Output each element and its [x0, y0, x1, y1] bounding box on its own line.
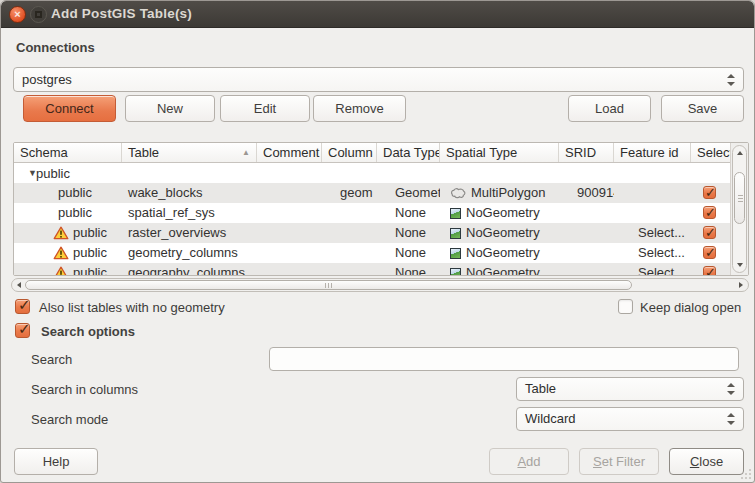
column-header-schema[interactable]: Schema [14, 143, 122, 162]
table-row[interactable]: public geometry_columns None NoGeometry … [14, 243, 730, 263]
row-select-checkbox[interactable]: ✓ [703, 246, 716, 259]
edit-button[interactable]: Edit [220, 95, 310, 122]
feature-id-select[interactable]: Select... [614, 223, 691, 243]
search-mode-combobox[interactable]: Wildcard [516, 407, 744, 431]
table-row[interactable]: public geography_columns None NoGeometry… [14, 263, 730, 276]
combo-spinner-icon[interactable] [727, 413, 735, 425]
table-name-cell: spatial_ref_sys [122, 203, 257, 223]
schema-group-name: public [28, 166, 70, 181]
column-header-spatial-type[interactable]: Spatial Type [440, 143, 559, 162]
table-name-cell: geometry_columns [122, 243, 257, 263]
schema-group-row[interactable]: ▼ public [14, 163, 730, 183]
feature-id-select[interactable]: Select... [614, 263, 691, 276]
search-input[interactable] [269, 347, 739, 371]
save-button[interactable]: Save [661, 95, 744, 122]
nogeometry-icon [450, 248, 461, 259]
keep-dialog-open-checkbox[interactable] [618, 299, 633, 314]
table-name-cell: wake_blocks [122, 183, 257, 203]
table-row[interactable]: public wake_blocks geom Geometry MultiPo… [14, 183, 730, 203]
feature-id-cell[interactable] [614, 203, 691, 223]
connection-combobox-value: postgres [22, 72, 72, 87]
search-options-checkbox[interactable]: ✓ [15, 323, 30, 338]
column-header-data-type[interactable]: Data Type [377, 143, 440, 162]
add-button[interactable]: Add [489, 448, 569, 475]
scroll-down-icon[interactable] [737, 263, 743, 267]
close-button[interactable]: Close [669, 448, 744, 475]
connect-button[interactable]: Connect [23, 95, 116, 122]
scroll-right-icon[interactable] [739, 282, 743, 288]
table-row[interactable]: public raster_overviews None NoGeometry … [14, 223, 730, 243]
window-title: Add PostGIS Table(s) [51, 6, 192, 21]
horizontal-scrollbar-thumb[interactable] [25, 280, 632, 290]
restore-icon [35, 11, 42, 18]
table-header-row: Schema Table▲ Comment Column Data Type S… [14, 143, 730, 163]
help-button[interactable]: Help [14, 448, 98, 475]
also-list-checkbox[interactable]: ✓ [15, 299, 30, 314]
load-button[interactable]: Load [568, 95, 651, 122]
scroll-left-icon[interactable] [17, 282, 21, 288]
table-row[interactable]: public spatial_ref_sys None NoGeometry ✓ [14, 203, 730, 223]
vertical-scrollbar[interactable] [730, 143, 748, 275]
row-select-checkbox[interactable]: ✓ [703, 226, 716, 239]
table-name-cell: raster_overviews [122, 223, 257, 243]
search-label: Search [31, 352, 72, 367]
add-postgis-dialog: × Add PostGIS Table(s) Connections postg… [0, 0, 755, 483]
also-list-label: Also list tables with no geometry [39, 300, 225, 315]
combo-spinner-icon[interactable] [727, 383, 735, 395]
close-window-button[interactable]: × [9, 6, 26, 23]
row-select-checkbox[interactable]: ✓ [703, 266, 716, 276]
set-filter-button[interactable]: Set Filter [579, 448, 659, 475]
column-header-feature-id[interactable]: Feature id [614, 143, 691, 162]
scroll-grip-icon [738, 195, 743, 202]
keep-dialog-open-label: Keep dialog open [640, 300, 741, 315]
remove-button[interactable]: Remove [313, 95, 406, 122]
connections-group-label: Connections [16, 40, 95, 55]
nogeometry-icon [450, 268, 461, 277]
column-header-srid[interactable]: SRID [559, 143, 614, 162]
restore-window-button[interactable] [30, 6, 47, 23]
vertical-scrollbar-thumb[interactable] [734, 172, 745, 224]
search-options-label: Search options [41, 324, 135, 339]
horizontal-scrollbar[interactable] [11, 278, 749, 292]
combo-spinner-icon[interactable] [727, 74, 735, 86]
row-select-checkbox[interactable]: ✓ [703, 186, 716, 199]
search-mode-value: Wildcard [525, 411, 576, 426]
column-header-comment[interactable]: Comment [257, 143, 322, 162]
table-name-cell: geography_columns [122, 263, 257, 276]
new-button[interactable]: New [125, 95, 215, 122]
feature-id-select[interactable]: Select... [614, 243, 691, 263]
column-header-select[interactable]: Select [691, 143, 730, 162]
tables-list: Schema Table▲ Comment Column Data Type S… [13, 142, 749, 276]
warning-icon [53, 226, 69, 240]
multipolygon-icon [450, 187, 466, 199]
table-body: ▼ public public wake_blocks geom Geometr… [14, 163, 730, 276]
warning-icon [53, 246, 69, 260]
resize-grip[interactable] [741, 469, 751, 479]
expander-open-icon[interactable]: ▼ [14, 168, 28, 178]
feature-id-cell[interactable] [614, 183, 691, 203]
row-select-checkbox[interactable]: ✓ [703, 206, 716, 219]
search-in-columns-label: Search in columns [31, 382, 138, 397]
column-header-table[interactable]: Table▲ [122, 143, 257, 162]
nogeometry-icon [450, 228, 461, 239]
nogeometry-icon [450, 208, 461, 219]
connection-combobox[interactable]: postgres [13, 67, 744, 92]
search-in-columns-value: Table [525, 381, 556, 396]
scroll-up-icon[interactable] [737, 151, 743, 155]
scroll-grip-icon [325, 283, 333, 288]
search-in-columns-combobox[interactable]: Table [516, 377, 744, 401]
warning-icon [53, 266, 69, 276]
search-mode-label: Search mode [31, 412, 108, 427]
titlebar[interactable]: × Add PostGIS Table(s) [1, 1, 754, 28]
column-header-column[interactable]: Column [322, 143, 377, 162]
sort-ascending-icon: ▲ [242, 143, 250, 162]
